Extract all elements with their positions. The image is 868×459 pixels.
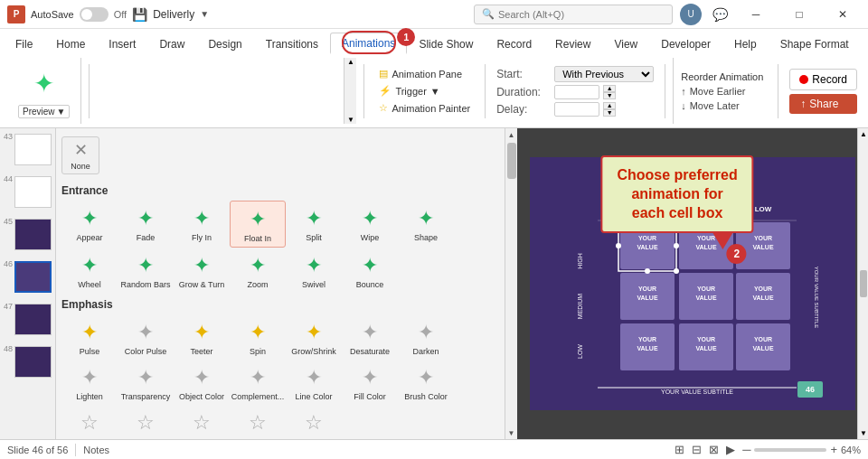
scroll-thumb[interactable] <box>507 143 516 179</box>
slide-thumb-48[interactable] <box>14 346 52 378</box>
notes-btn[interactable]: Notes <box>83 445 109 455</box>
anim-teeter[interactable]: ✦Teeter <box>174 314 230 360</box>
anim-appear[interactable]: ✦Appear <box>61 201 118 248</box>
tab-record[interactable]: Record <box>485 33 543 54</box>
close-button[interactable]: ✕ <box>825 0 861 29</box>
anim-lighten[interactable]: ✦Lighten <box>61 360 118 405</box>
slide-scroll-up[interactable]: ▲ <box>858 128 868 140</box>
anim-swivel[interactable]: ✦Swivel <box>286 248 342 293</box>
anim-fade[interactable]: ✦Fade <box>118 201 174 248</box>
anim-empty-1[interactable]: ☆ <box>61 405 118 439</box>
tab-home[interactable]: Home <box>44 33 97 54</box>
view-presenter-icon[interactable]: ▶ <box>726 443 735 456</box>
comments-icon[interactable]: 💬 <box>709 4 731 25</box>
avatar[interactable]: U <box>680 4 702 25</box>
anim-wheel[interactable]: ✦Wheel <box>61 248 118 293</box>
scroll-down-arrow[interactable]: ▼ <box>347 116 354 124</box>
preview-dropdown[interactable]: Preview ▼ <box>18 105 70 118</box>
zoom-in-btn[interactable]: + <box>830 443 837 456</box>
anim-linecolor[interactable]: ✦Line Color <box>286 360 342 405</box>
search-box[interactable]: 🔍 <box>474 5 673 24</box>
swivel-icon: ✦ <box>299 251 328 280</box>
delay-spinner[interactable]: ▲ ▼ <box>603 102 616 117</box>
restore-button[interactable]: □ <box>781 0 817 29</box>
animation-painter-btn[interactable]: ☆ Animation Painter <box>375 100 474 116</box>
anim-desaturate[interactable]: ✦Desaturate <box>342 314 398 360</box>
tab-insert[interactable]: Insert <box>97 33 147 54</box>
dropdown-icon[interactable]: ▼ <box>200 9 209 19</box>
anim-pulse[interactable]: ✦Pulse <box>61 314 118 360</box>
minimize-button[interactable]: ─ <box>738 0 774 29</box>
callout-box: Choose preferred animation for each cell… <box>600 155 753 233</box>
search-input[interactable] <box>498 9 665 20</box>
tab-review[interactable]: Review <box>543 33 602 54</box>
slide-thumb-43[interactable] <box>14 134 52 165</box>
view-reading-icon[interactable]: ⊠ <box>709 443 719 456</box>
none-anim-item[interactable]: ✕ None <box>61 136 99 174</box>
view-normal-icon[interactable]: ⊞ <box>675 443 684 456</box>
anim-split[interactable]: ✦Split <box>286 201 342 248</box>
anim-colorpulse[interactable]: ✦Color Pulse <box>118 314 174 360</box>
tab-slideshow[interactable]: Slide Show <box>407 33 485 54</box>
anim-transparency[interactable]: ✦Transparency <box>118 360 174 405</box>
anim-complement[interactable]: ✦Complement... <box>230 360 286 405</box>
tab-draw[interactable]: Draw <box>147 33 196 54</box>
move-earlier-btn[interactable]: ↑ Move Earlier <box>681 86 763 97</box>
anim-empty-2[interactable]: ☆ <box>118 405 174 439</box>
slide-thumb-45[interactable] <box>14 219 52 250</box>
delay-input[interactable]: 01.00 <box>554 102 599 117</box>
anim-brushcolor[interactable]: ✦Brush Color <box>398 360 454 405</box>
tab-help[interactable]: Help <box>722 33 769 54</box>
anim-bounce[interactable]: ✦Bounce <box>342 248 398 293</box>
tab-shape-format[interactable]: Shape Format <box>769 33 861 54</box>
slide-thumb-47[interactable] <box>14 304 52 335</box>
anim-spin[interactable]: ✦Spin <box>230 314 286 360</box>
tab-file[interactable]: File <box>4 33 44 54</box>
anim-objectcolor[interactable]: ✦Object Color <box>174 360 230 405</box>
duration-spinner[interactable]: ▲ ▼ <box>603 85 616 99</box>
tab-transitions[interactable]: Transitions <box>254 33 330 54</box>
anim-darken[interactable]: ✦Darken <box>398 314 454 360</box>
anim-empty-4[interactable]: ☆ <box>230 405 286 439</box>
anim-fillcolor[interactable]: ✦Fill Color <box>342 360 398 405</box>
save-icon[interactable]: 💾 <box>132 7 147 22</box>
duration-up[interactable]: ▲ <box>603 85 616 92</box>
share-button[interactable]: ↑ Share <box>789 94 857 114</box>
anim-empty-3[interactable]: ☆ <box>174 405 230 439</box>
scroll-up[interactable]: ▲ <box>505 128 518 141</box>
slide-scroll-down[interactable]: ▼ <box>858 427 868 439</box>
start-select[interactable]: With Previous After Previous On Click <box>554 66 654 82</box>
preview-button[interactable]: ✦ <box>24 63 64 103</box>
tab-design[interactable]: Design <box>196 33 253 54</box>
view-slide-sorter-icon[interactable]: ⊟ <box>692 443 702 456</box>
delay-down[interactable]: ▼ <box>603 109 616 117</box>
anim-growshrink[interactable]: ✦Grow/Shrink <box>286 314 342 360</box>
anim-zoom[interactable]: ✦Zoom <box>230 248 286 293</box>
scroll-down[interactable]: ▼ <box>505 426 518 439</box>
slide-thumb-44[interactable] <box>14 176 52 208</box>
delay-up[interactable]: ▲ <box>603 102 616 109</box>
anim-flyin[interactable]: ✦Fly In <box>174 201 230 248</box>
anim-growturn[interactable]: ✦Grow & Turn <box>174 248 230 293</box>
zoom-slider[interactable] <box>754 448 826 452</box>
anim-shape[interactable]: ✦Shape <box>398 201 454 248</box>
shape-icon: ✦ <box>411 204 440 233</box>
trigger-btn[interactable]: ⚡ Trigger ▼ <box>375 83 474 98</box>
tab-animations[interactable]: Animations 1 <box>330 33 407 54</box>
anim-empty-5[interactable]: ☆ <box>286 405 342 439</box>
move-later-btn[interactable]: ↓ Move Later <box>681 100 763 111</box>
zoom-out-btn[interactable]: ─ <box>742 443 750 456</box>
anim-randombars[interactable]: ✦Random Bars <box>118 248 174 293</box>
duration-input[interactable]: 01.00 <box>554 85 599 99</box>
anim-floatin[interactable]: ✦Float In <box>230 201 286 248</box>
slide-thumb-46[interactable] <box>14 261 52 293</box>
autosave-toggle[interactable] <box>80 7 108 22</box>
tab-view[interactable]: View <box>602 33 649 54</box>
slide-scroll-thumb[interactable] <box>860 270 867 297</box>
animation-pane-btn[interactable]: ▤ Animation Pane <box>375 66 474 81</box>
scroll-up-arrow[interactable]: ▲ <box>347 58 354 66</box>
anim-wipe[interactable]: ✦Wipe <box>342 201 398 248</box>
duration-down[interactable]: ▼ <box>603 92 616 99</box>
tab-developer[interactable]: Developer <box>649 33 722 54</box>
record-button[interactable]: Record <box>789 69 857 90</box>
